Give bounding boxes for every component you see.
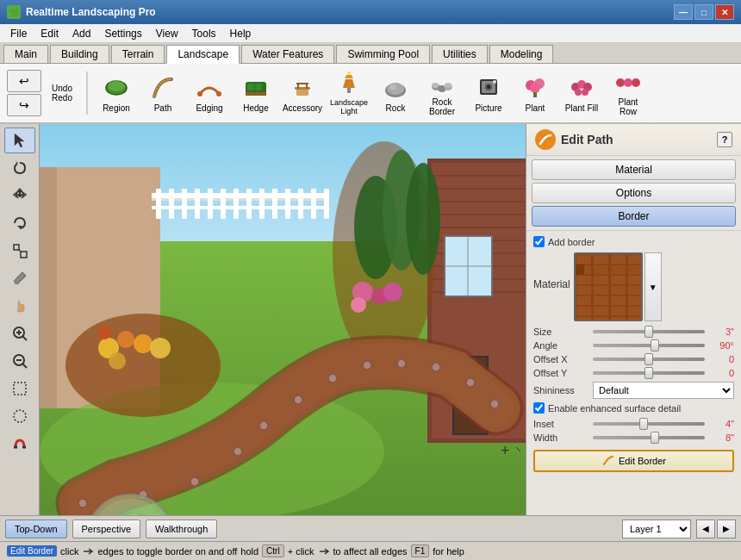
plant-label: Plant xyxy=(526,103,545,113)
tool-move[interactable] xyxy=(4,183,35,208)
plant-row-icon xyxy=(614,70,642,96)
maximize-btn[interactable]: □ xyxy=(694,4,713,20)
tool-scale[interactable] xyxy=(4,238,35,264)
panel-border-btn[interactable]: Border xyxy=(532,206,736,227)
size-slider[interactable] xyxy=(593,330,705,333)
viewport[interactable]: + xyxy=(40,124,526,515)
tab-main[interactable]: Main xyxy=(3,45,48,63)
angle-thumb[interactable] xyxy=(651,339,659,352)
undo-label: Undo xyxy=(45,84,79,93)
tool-hand[interactable] xyxy=(4,293,35,319)
status-edit-border: Edit Border xyxy=(7,545,57,557)
app-icon: 🌿 xyxy=(7,5,21,19)
menu-file[interactable]: File xyxy=(3,26,34,41)
tool-eyedropper[interactable] xyxy=(4,265,35,291)
svg-rect-9 xyxy=(295,87,310,90)
tool-rock[interactable]: Rock xyxy=(374,68,417,118)
redo-btn[interactable]: ↪ xyxy=(7,94,41,116)
panel-options-btn[interactable]: Options xyxy=(532,183,736,203)
size-thumb[interactable] xyxy=(644,326,653,338)
tool-plant-fill[interactable]: Plant Fill xyxy=(560,68,603,118)
tab-swimming-pool[interactable]: Swimming Pool xyxy=(336,45,430,63)
edit-border-btn[interactable]: Edit Border xyxy=(533,450,734,472)
svg-rect-72 xyxy=(285,189,290,219)
panel-material-btn[interactable]: Material xyxy=(532,159,736,180)
tool-edging[interactable]: Edging xyxy=(188,68,231,118)
enhanced-surface-checkbox[interactable] xyxy=(533,402,545,414)
layer-select[interactable]: Layer 1 Layer 2 xyxy=(622,520,691,538)
nav-prev-btn[interactable]: ◀ xyxy=(696,520,715,538)
tool-rotate[interactable] xyxy=(4,210,35,236)
width-slider[interactable] xyxy=(593,436,705,439)
material-label: Material xyxy=(533,252,570,290)
panel-title: Edit Path xyxy=(561,133,613,146)
edit-border-container: Edit Border xyxy=(533,450,734,472)
width-thumb[interactable] xyxy=(651,432,659,444)
minimize-btn[interactable]: — xyxy=(674,4,693,20)
width-label: Width xyxy=(533,432,589,443)
shininess-select[interactable]: Default Low Medium High xyxy=(593,382,734,399)
offset-y-thumb[interactable] xyxy=(644,367,653,379)
angle-label: Angle xyxy=(533,340,589,351)
tool-circle-select[interactable] xyxy=(4,403,35,429)
menu-help[interactable]: Help xyxy=(223,26,258,41)
svg-point-19 xyxy=(389,84,396,90)
svg-point-42 xyxy=(18,194,22,197)
tool-rect-select[interactable] xyxy=(4,376,35,401)
view-walkthrough-btn[interactable]: Walkthrough xyxy=(146,520,217,538)
tab-utilities[interactable]: Utilities xyxy=(432,45,488,63)
size-value: 3" xyxy=(708,327,734,337)
menu-tools[interactable]: Tools xyxy=(185,26,223,41)
svg-rect-5 xyxy=(247,84,254,90)
svg-rect-69 xyxy=(246,189,252,219)
tab-water-features[interactable]: Water Features xyxy=(241,45,334,63)
help-btn[interactable]: ? xyxy=(717,132,732,147)
svg-point-24 xyxy=(445,83,451,88)
tool-select[interactable] xyxy=(4,128,35,153)
tool-rock-border[interactable]: Rock Border xyxy=(420,68,464,118)
rock-border-label: Rock Border xyxy=(423,97,461,116)
tab-landscape[interactable]: Landscape xyxy=(166,45,240,64)
offset-y-slider[interactable] xyxy=(593,371,705,375)
svg-rect-73 xyxy=(298,189,303,219)
tool-magnet[interactable] xyxy=(4,431,35,457)
tool-landscape-light[interactable]: Landscape Light xyxy=(327,68,370,118)
add-border-row: Add border xyxy=(533,236,734,247)
material-swatch[interactable] xyxy=(574,252,643,321)
tool-plant[interactable]: Plant xyxy=(514,68,557,118)
material-dropdown-btn[interactable]: ▼ xyxy=(644,252,662,321)
tool-path[interactable]: Path xyxy=(141,68,184,118)
tab-building[interactable]: Building xyxy=(50,45,109,63)
shininess-row: Shininess Default Low Medium High xyxy=(533,382,734,399)
svg-point-97 xyxy=(134,334,153,353)
menu-add[interactable]: Add xyxy=(65,26,97,41)
tool-zoom-out[interactable] xyxy=(4,348,35,374)
tool-plant-row[interactable]: Plant Row xyxy=(607,68,650,118)
tool-hedge[interactable]: Hedge xyxy=(234,68,277,118)
undo-btn[interactable]: ↩ xyxy=(7,70,41,92)
size-row: Size 3" xyxy=(533,327,734,337)
offset-x-slider[interactable] xyxy=(593,358,705,361)
menu-view[interactable]: View xyxy=(149,26,185,41)
offset-x-thumb[interactable] xyxy=(644,353,653,365)
nav-next-btn[interactable]: ▶ xyxy=(717,520,736,538)
view-top-down-btn[interactable]: Top-Down xyxy=(5,520,67,538)
svg-rect-65 xyxy=(195,189,200,219)
view-perspective-btn[interactable]: Perspective xyxy=(72,520,140,538)
tool-picture[interactable]: Picture xyxy=(467,68,510,118)
menu-settings[interactable]: Settings xyxy=(97,26,148,41)
tab-terrain[interactable]: Terrain xyxy=(111,45,165,63)
svg-marker-15 xyxy=(345,75,353,78)
add-border-checkbox[interactable] xyxy=(533,236,545,247)
tool-region[interactable]: Region xyxy=(95,68,138,118)
menu-edit[interactable]: Edit xyxy=(34,26,65,41)
inset-thumb[interactable] xyxy=(639,418,648,430)
tool-zoom-in[interactable] xyxy=(4,320,35,346)
tool-lasso[interactable] xyxy=(4,155,35,181)
inset-slider[interactable] xyxy=(593,422,705,426)
status-f1-key: F1 xyxy=(411,544,430,557)
close-btn[interactable]: ✕ xyxy=(715,4,734,20)
tool-accessory[interactable]: Accessory xyxy=(281,68,324,118)
tab-modeling[interactable]: Modeling xyxy=(489,45,554,63)
angle-slider[interactable] xyxy=(593,344,705,347)
